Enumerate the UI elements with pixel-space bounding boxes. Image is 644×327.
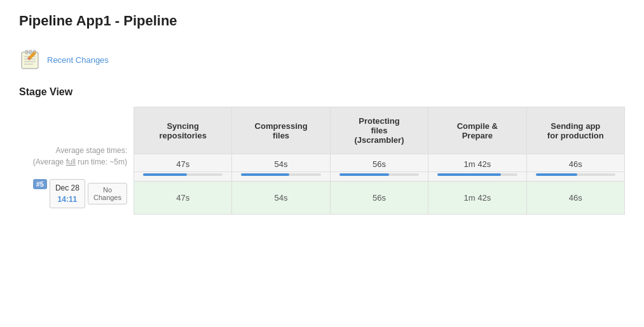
stage-header-2: Protectingfiles(Jscrambler) xyxy=(330,107,428,154)
build-time-cell-2: 56s xyxy=(330,182,428,215)
svg-rect-0 xyxy=(22,52,38,69)
build-time-cell-3: 1m 42s xyxy=(428,182,526,215)
recent-changes-link[interactable]: Recent Changes xyxy=(47,55,109,65)
progress-bar-inner-0 xyxy=(143,173,187,176)
build-time: 14:11 xyxy=(55,194,79,205)
progress-cell-0 xyxy=(134,172,232,182)
build-info[interactable]: Dec 28 14:11 xyxy=(50,179,85,208)
pipeline-table: SyncingrepositoriesCompressingfilesProte… xyxy=(134,107,625,215)
svg-rect-5 xyxy=(25,50,28,54)
progress-bar-outer-0 xyxy=(143,173,223,176)
build-time-cell-4: 46s xyxy=(526,182,624,215)
avg-time-0: 47s xyxy=(134,154,232,172)
avg-time-4: 46s xyxy=(526,154,624,172)
avg-time-3: 1m 42s xyxy=(428,154,526,172)
build-date: Dec 28 xyxy=(55,182,79,194)
progress-cell-4 xyxy=(526,172,624,182)
progress-bar-outer-4 xyxy=(536,173,615,176)
avg-time-1: 54s xyxy=(232,154,330,172)
header-row: SyncingrepositoriesCompressingfilesProte… xyxy=(134,107,625,154)
avg-times-label: Average stage times: (Average full run t… xyxy=(33,145,127,168)
progress-bar-inner-4 xyxy=(536,173,577,176)
progress-bar-inner-2 xyxy=(339,173,389,176)
stage-header-0: Syncingrepositories xyxy=(134,107,232,154)
recent-changes-section: Recent Changes xyxy=(19,48,625,71)
stage-header-4: Sending appfor production xyxy=(526,107,624,154)
progress-bar-outer-1 xyxy=(241,173,320,176)
page-title: Pipeline App1 - Pipeline xyxy=(19,13,625,29)
progress-bar-outer-2 xyxy=(339,173,419,176)
avg-row: 47s54s56s1m 42s46s xyxy=(134,154,625,172)
build-row: 47s54s56s1m 42s46s xyxy=(134,182,625,215)
avg-time-2: 56s xyxy=(330,154,428,172)
notepad-icon xyxy=(19,48,42,71)
progress-cell-2 xyxy=(330,172,428,182)
stage-view-heading: Stage View xyxy=(19,86,625,98)
progress-bar-inner-1 xyxy=(241,173,289,176)
progress-bar-inner-3 xyxy=(437,173,501,176)
build-time-cell-1: 54s xyxy=(232,182,330,215)
stage-header-3: Compile &Prepare xyxy=(428,107,526,154)
left-sidebar: Average stage times: (Average full run t… xyxy=(19,107,134,208)
build-time-cell-0: 47s xyxy=(134,182,232,215)
build-badge[interactable]: #5 xyxy=(33,179,47,189)
progress-bar-outer-3 xyxy=(437,173,517,176)
stage-view-container: Average stage times: (Average full run t… xyxy=(19,107,625,215)
progress-cell-3 xyxy=(428,172,526,182)
progress-cell-1 xyxy=(232,172,330,182)
svg-rect-6 xyxy=(29,50,32,54)
no-changes-box: NoChanges xyxy=(88,183,127,204)
build-entry: #5 Dec 28 14:11 NoChanges xyxy=(33,179,127,208)
stage-header-1: Compressingfiles xyxy=(232,107,330,154)
progress-row xyxy=(134,172,625,182)
